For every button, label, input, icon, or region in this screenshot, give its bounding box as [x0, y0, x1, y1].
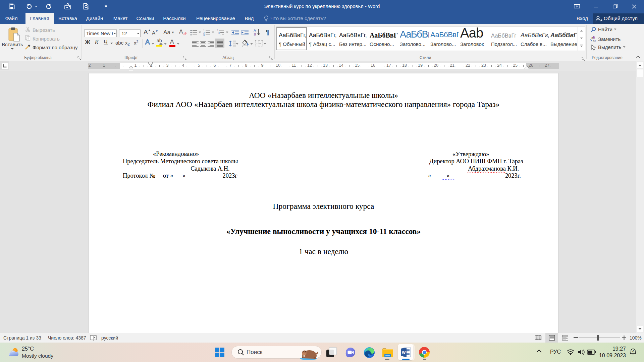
svg-text:c: c	[594, 39, 596, 42]
svg-text:b: b	[593, 36, 595, 39]
svg-text:Я: Я	[254, 33, 256, 36]
svg-text:a: a	[218, 32, 220, 34]
svg-text:i: i	[220, 34, 220, 36]
svg-text:3: 3	[203, 34, 205, 36]
svg-text:z: z	[632, 349, 634, 353]
svg-text:1: 1	[217, 29, 218, 32]
svg-text:W: W	[402, 350, 406, 355]
svg-text:1: 1	[203, 29, 205, 32]
svg-text:2: 2	[203, 32, 205, 34]
svg-text:А: А	[254, 28, 256, 33]
